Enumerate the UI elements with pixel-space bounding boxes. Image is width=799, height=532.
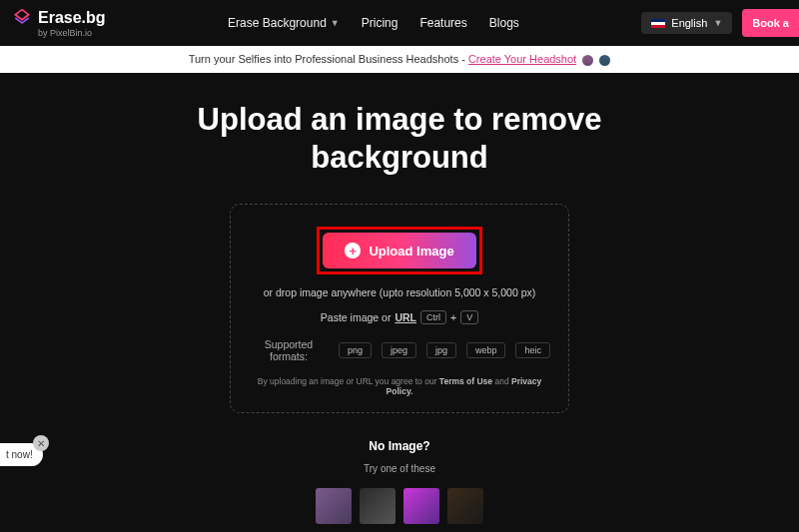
chat-widget[interactable]: t now! ✕ [0,443,43,466]
hero: Upload an image to remove background [0,101,799,179]
sample-thumb[interactable] [403,488,439,524]
logo[interactable]: Erase.bg by PixelBin.io [12,8,106,38]
key-v: V [460,310,478,324]
page-title: Upload an image to remove background [0,101,799,179]
drop-hint: or drop image anywhere (upto resolution … [249,286,550,298]
paste-row: Paste image or URL Ctrl + V [249,310,550,324]
avatar-icon [599,55,610,66]
sample-thumb[interactable] [360,488,396,524]
logo-icon [12,8,32,28]
nav-erase-background[interactable]: Erase Background ▼ [228,16,340,30]
promo-banner: Turn your Selfies into Professional Busi… [0,46,799,73]
nav-pricing[interactable]: Pricing [362,16,399,30]
no-image-sub: Try one of these [0,463,799,474]
format-badge: jpeg [382,342,416,358]
terms-link[interactable]: Terms of Use [439,376,492,386]
format-badge: png [339,342,372,358]
chevron-down-icon: ▼ [713,18,722,28]
format-badge: heic [515,342,550,358]
sample-thumb[interactable] [447,488,483,524]
nav-features[interactable]: Features [419,16,466,30]
key-ctrl: Ctrl [420,310,446,324]
upload-card[interactable]: + Upload Image or drop image anywhere (u… [230,204,569,413]
formats-row: Supported formats: png jpeg jpg webp hei… [249,338,550,362]
create-headshot-link[interactable]: Create Your Headshot [468,53,576,65]
avatar-icon [582,55,593,66]
logo-title: Erase.bg [38,9,106,27]
logo-subtitle: by PixelBin.io [38,28,106,38]
upload-disclaimer: By uploading an image or URL you agree t… [249,376,550,396]
language-selector[interactable]: English ▼ [641,12,732,34]
plus-icon: + [345,243,361,259]
close-icon[interactable]: ✕ [33,435,49,451]
format-badge: webp [466,342,506,358]
format-badge: jpg [426,342,456,358]
main-nav: Erase Background ▼ Pricing Features Blog… [228,16,519,30]
chevron-down-icon: ▼ [331,18,340,28]
paste-url-link[interactable]: URL [395,311,416,323]
flag-icon [651,19,665,28]
no-image-section: No Image? Try one of these [0,439,799,524]
nav-blogs[interactable]: Blogs [489,16,519,30]
upload-image-button[interactable]: + Upload Image [323,233,475,268]
sample-thumb[interactable] [316,488,352,524]
sample-thumbnails [0,488,799,524]
book-button[interactable]: Book a [742,9,799,37]
upload-button-highlight: + Upload Image [317,227,481,274]
no-image-title: No Image? [0,439,799,453]
